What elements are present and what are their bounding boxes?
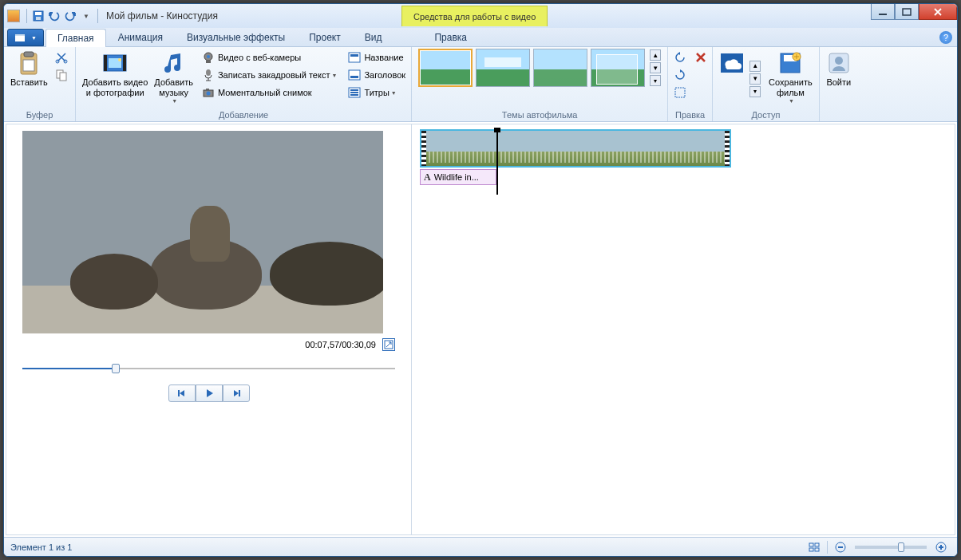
ribbon: Вставить Буфер Добавить видео и фотограф… [4,47,957,122]
qat-customize-button[interactable]: ▼ [78,8,94,24]
svg-rect-47 [815,548,819,551]
undo-qat-button[interactable] [46,8,62,24]
step-back-icon [177,388,187,398]
thumbnail-view-button[interactable] [806,539,822,555]
theme-thumb-1[interactable] [418,49,473,87]
svg-rect-25 [206,89,209,90]
copy-button[interactable] [53,66,73,84]
snapshot-button[interactable]: Моментальный снимок [200,84,339,101]
caption-button[interactable]: Заголовок [346,66,408,84]
caption-icon [348,69,361,81]
timeline-playhead[interactable] [496,131,498,195]
file-menu-button[interactable]: ▼ [7,29,44,46]
gallery-scroll-up[interactable]: ▲ [650,49,661,61]
edit-group-label: Правка [671,108,709,121]
preview-video[interactable] [22,131,383,333]
user-icon [826,50,852,76]
svg-rect-4 [903,9,911,15]
signin-button[interactable]: Войти [823,49,855,89]
fullscreen-button[interactable] [382,338,395,351]
svg-rect-21 [206,61,211,63]
share-expand[interactable]: ▾ [749,86,761,97]
timeline-pane[interactable]: A Wildlife in... [412,124,955,534]
zoom-out-button[interactable] [832,539,848,555]
title-icon [348,51,361,64]
rotate-right-button[interactable] [671,66,692,84]
gallery-expand[interactable]: ▾ [650,75,661,86]
redo-qat-button[interactable] [62,8,78,24]
maximize-icon [902,8,912,16]
close-icon [933,8,943,16]
credits-button[interactable]: Титры▼ [346,84,408,101]
onedrive-button[interactable] [716,49,748,79]
title-button[interactable]: Название [346,49,408,66]
caption-label: Заголовок [364,70,405,80]
svg-rect-31 [350,89,358,91]
cut-button[interactable] [53,49,73,66]
chevron-down-icon: ▼ [789,98,794,105]
delete-button[interactable] [692,49,713,66]
tab-visual-effects[interactable]: Визуальные эффекты [175,28,297,46]
rotate-left-button[interactable] [671,49,692,66]
svg-rect-46 [809,548,813,551]
svg-point-24 [206,92,210,96]
tab-edit[interactable]: Правка [422,28,479,46]
maximize-button[interactable] [895,4,919,20]
app-icon [7,10,20,22]
camera-icon [202,86,215,99]
svg-rect-1 [35,12,42,15]
svg-rect-45 [815,543,819,546]
video-clip[interactable] [420,129,731,168]
tab-project[interactable]: Проект [297,28,353,46]
theme-thumb-2[interactable] [476,49,530,87]
tab-view[interactable]: Вид [353,28,394,46]
title-label: Название [364,53,403,62]
webcam-button[interactable]: Видео с веб-камеры [200,49,339,66]
play-icon [204,388,214,398]
next-frame-button[interactable] [223,385,250,402]
svg-point-18 [118,58,121,61]
zoom-in-button[interactable] [933,539,949,555]
zoom-slider[interactable] [855,546,927,549]
svg-rect-29 [350,76,358,78]
tab-animation[interactable]: Анимация [106,28,175,46]
access-group-label: Доступ [716,108,816,121]
save-movie-label: Сохранить фильм [769,77,813,98]
help-button[interactable]: ? [939,31,952,44]
caption-clip-label: Wildlife in... [434,172,479,182]
caption-clip[interactable]: A Wildlife in... [420,169,496,185]
paste-label: Вставить [10,77,48,88]
tab-home[interactable]: Главная [45,29,106,47]
chevron-down-icon: ▼ [331,73,337,78]
svg-rect-9 [23,60,34,71]
play-button[interactable] [196,385,223,402]
zoom-thumb[interactable] [898,542,904,552]
onedrive-icon [719,50,745,76]
add-videos-button[interactable]: Добавить видео и фотографии [79,49,151,100]
copy-icon [55,69,68,81]
save-movie-button[interactable]: Сохранить фильм▼ [765,49,816,107]
minimize-button[interactable] [871,4,895,20]
buffer-group-label: Буфер [7,108,72,121]
select-all-button[interactable] [671,84,692,101]
snapshot-label: Моментальный снимок [218,88,312,97]
preview-seek-slider[interactable] [22,362,395,375]
add-music-button[interactable]: Добавить музыку▼ [151,49,196,107]
gallery-scroll-down[interactable]: ▼ [650,62,661,73]
statusbar: Элемент 1 из 1 [4,537,957,556]
svg-rect-49 [838,546,843,548]
themes-group-label: Темы автофильма [415,108,664,121]
theme-thumb-4[interactable] [591,49,645,87]
separator [26,9,27,23]
close-button[interactable] [919,4,957,20]
prev-frame-button[interactable] [168,385,196,402]
paste-button[interactable]: Вставить [7,49,51,89]
theme-thumb-3[interactable] [533,49,587,87]
share-scroll-up[interactable]: ▲ [749,61,761,72]
svg-rect-16 [123,55,126,71]
seek-thumb[interactable] [112,364,120,373]
save-qat-button[interactable] [30,8,46,24]
chevron-down-icon: ▼ [31,35,37,41]
share-scroll-down[interactable]: ▼ [749,73,761,85]
narration-button[interactable]: Записать закадровый текст▼ [200,66,339,84]
